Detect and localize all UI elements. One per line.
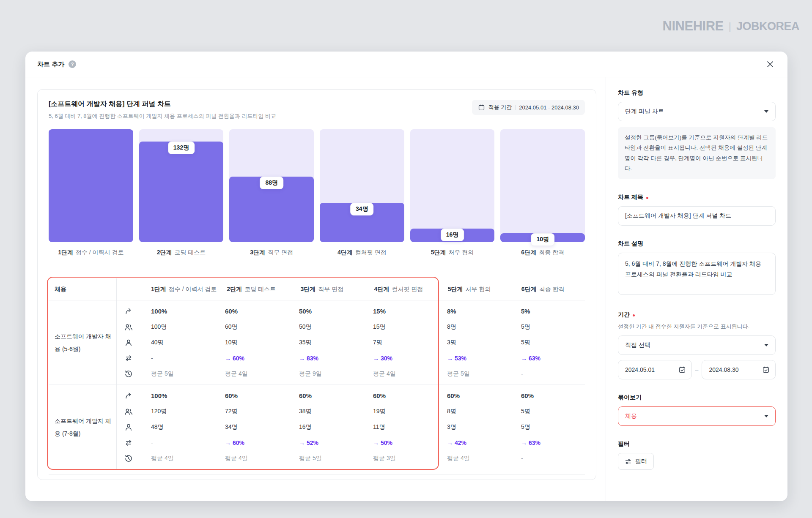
- chart-title: [소프트웨어 개발자 채용] 단계 퍼널 차트: [49, 100, 276, 109]
- table-cell: 120명: [141, 408, 215, 415]
- table-cell: 60%: [511, 392, 585, 399]
- calendar-check-icon: [762, 366, 770, 374]
- people-icon: [124, 407, 133, 416]
- table-cell: 평균 4일: [141, 455, 215, 462]
- chart-title-label: 차트 제목: [618, 194, 776, 201]
- logo-jobkorea: JOBKOREA: [736, 20, 799, 33]
- end-date-input[interactable]: 2024.08.30: [702, 360, 776, 379]
- table-cell: → 53%: [437, 355, 511, 362]
- table-cell: 평균 5일: [141, 370, 215, 378]
- funnel-stage-label: 3단계직무 면접: [229, 249, 314, 256]
- group-by-select-value: 채용: [625, 412, 637, 420]
- funnel-bar-track: [49, 129, 133, 242]
- funnel-table-grid: 채용1단계접수 / 이력서 검토2단계코딩 테스트3단계직무 면접4단계컬처핏 …: [49, 278, 585, 469]
- conversion-arrow-icon: [124, 307, 133, 316]
- table-cell: → 52%: [289, 439, 363, 446]
- filter-button[interactable]: 필터: [618, 453, 654, 470]
- funnel-bar-value-pill: 10명: [531, 233, 554, 246]
- chart-desc-textarea[interactable]: 5, 6월 대비 7, 8월에 진행한 소프트웨어 개발자 채용 프로세스의 퍼…: [618, 253, 776, 295]
- chart-type-field: 차트 유형 단계 퍼널 차트 설정한 그룹(묶어보기)를 기준으로 지원자의 단…: [618, 89, 776, 179]
- start-date-input[interactable]: 2024.05.01: [618, 360, 692, 379]
- conversion-arrow-icon: [124, 392, 133, 400]
- table-header-stage: 1단계접수 / 이력서 검토: [141, 286, 217, 293]
- filter-label: 필터: [618, 440, 776, 448]
- table-cell: -: [141, 355, 215, 362]
- funnel-stage-label: 6단계최종 합격: [500, 249, 585, 256]
- chart-title-input[interactable]: [618, 206, 776, 226]
- table-cell: 60%: [363, 392, 437, 399]
- table-cell: 11명: [363, 423, 437, 431]
- table-cell: 5%: [511, 308, 585, 315]
- logo-divider: |: [729, 20, 731, 32]
- logo-ninehire: NINEHIRE: [663, 19, 724, 34]
- table-cell: 15%: [363, 308, 437, 315]
- period-type-select[interactable]: 직접 선택: [618, 335, 776, 355]
- chevron-down-icon: [764, 344, 768, 346]
- close-icon: [765, 60, 775, 69]
- funnel-bar-fill: [49, 129, 133, 242]
- table-cell: 10명: [215, 339, 289, 346]
- table-group-label: 소프트웨어 개발자 채용 (5-6월): [49, 330, 116, 355]
- funnel-bar-track: 34명: [320, 129, 404, 242]
- transfer-arrows-icon: [124, 354, 133, 363]
- table-cell: 60%: [215, 308, 289, 315]
- table-cell: → 63%: [511, 439, 585, 446]
- required-dot: [633, 314, 635, 316]
- table-cell: 평균 9일: [289, 370, 363, 378]
- period-helper-text: 설정한 기간 내 접수한 지원자를 기준으로 표시됩니다.: [618, 323, 776, 330]
- chart-preview-card: [소프트웨어 개발자 채용] 단계 퍼널 차트 5, 6월 대비 7, 8월에 …: [37, 89, 596, 480]
- help-icon[interactable]: ?: [69, 60, 76, 68]
- transfer-arrows-icon: [124, 439, 133, 447]
- applied-period-badge: 적용 기간 2024.05.01 - 2024.08.30: [472, 100, 585, 115]
- table-cell: -: [511, 371, 585, 377]
- funnel-stage-labels: 1단계접수 / 이력서 검토2단계코딩 테스트3단계직무 면접4단계컬처핏 면접…: [49, 249, 585, 256]
- funnel-stage-label: 4단계컬처핏 면접: [320, 249, 404, 256]
- chart-type-description: 설정한 그룹(묶어보기)를 기준으로 지원자의 단계별 리드타임과 전환율이 표…: [618, 127, 776, 179]
- main-area: [소프트웨어 개발자 채용] 단계 퍼널 차트 5, 6월 대비 7, 8월에 …: [25, 77, 606, 501]
- table-cell: 16명: [289, 423, 363, 431]
- table-cell: 평균 5일: [437, 370, 511, 378]
- funnel-stage-label: 1단계접수 / 이력서 검토: [49, 249, 133, 256]
- table-cell: 8%: [437, 308, 511, 315]
- funnel-bar-value-pill: 132명: [168, 142, 195, 154]
- person-icon: [124, 338, 133, 347]
- table-cell: 평균 5일: [289, 455, 363, 462]
- chart-type-label: 차트 유형: [618, 89, 776, 97]
- table-cell: 38명: [289, 408, 363, 415]
- table-cell: 평균 4일: [215, 455, 289, 462]
- modal-title: 차트 추가: [37, 60, 64, 68]
- table-header-stage: 2단계코딩 테스트: [217, 286, 290, 293]
- table-cell: 3명: [437, 423, 511, 431]
- chart-title-field: 차트 제목: [618, 194, 776, 226]
- chart-desc-label: 차트 설명: [618, 240, 776, 248]
- table-header-row: 채용1단계접수 / 이력서 검토2단계코딩 테스트3단계직무 면접4단계컬처핏 …: [49, 278, 585, 300]
- people-icon: [124, 323, 133, 331]
- calendar-icon: [478, 104, 485, 111]
- chart-card-header: [소프트웨어 개발자 채용] 단계 퍼널 차트 5, 6월 대비 7, 8월에 …: [49, 100, 585, 120]
- table-cell: 48명: [141, 423, 215, 431]
- table-cell: 100명: [141, 323, 215, 331]
- period-badge-label: 적용 기간: [488, 104, 512, 111]
- badge-separator: [515, 105, 516, 110]
- required-dot: [646, 197, 648, 199]
- table-cell: 5명: [511, 423, 585, 431]
- table-cell: 60%: [437, 392, 511, 399]
- table-cell: 평균 4일: [363, 370, 437, 378]
- group-by-select[interactable]: 채용: [618, 406, 776, 426]
- close-button[interactable]: [764, 58, 776, 71]
- table-header-stage: 4단계컬처핏 면접: [364, 286, 438, 293]
- funnel-chart: 132명88명34명16명10명: [49, 129, 585, 242]
- funnel-table: 채용1단계접수 / 이력서 검토2단계코딩 테스트3단계직무 면접4단계컬처핏 …: [49, 278, 585, 474]
- table-cell: → 63%: [511, 355, 585, 362]
- metric-conversion-arrow: [124, 392, 133, 400]
- settings-sidebar: 차트 유형 단계 퍼널 차트 설정한 그룹(묶어보기)를 기준으로 지원자의 단…: [606, 77, 787, 501]
- chart-type-select[interactable]: 단계 퍼널 차트: [618, 102, 776, 121]
- table-cell: 7명: [363, 339, 437, 346]
- funnel-bar-track: 10명: [500, 129, 585, 242]
- period-field: 기간 설정한 기간 내 접수한 지원자를 기준으로 표시됩니다. 직접 선택 2…: [618, 311, 776, 379]
- metric-transfer-arrows: [124, 354, 133, 363]
- modal-header: 차트 추가 ?: [25, 52, 787, 77]
- filter-sliders-icon: [625, 458, 632, 465]
- table-cell: → 30%: [363, 355, 437, 362]
- metric-conversion-arrow: [124, 307, 133, 316]
